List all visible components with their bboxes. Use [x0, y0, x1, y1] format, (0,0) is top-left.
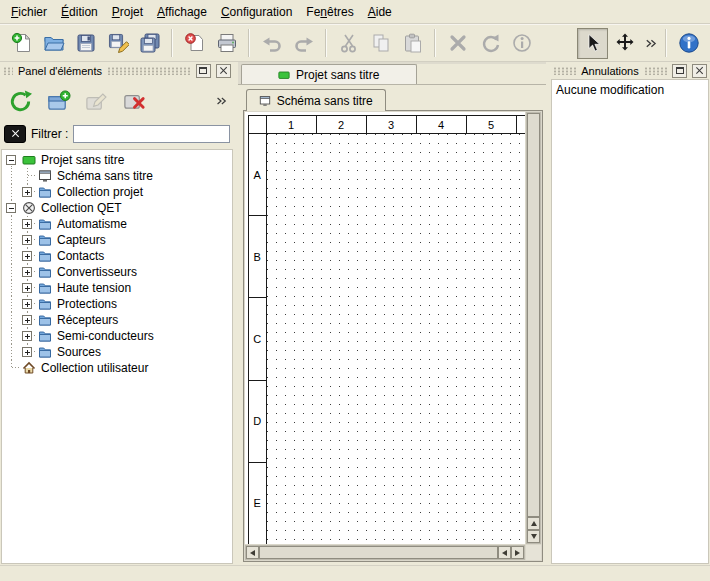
tree-expander-plus[interactable]: [22, 299, 32, 309]
undo-button[interactable]: [256, 28, 287, 59]
tree-guide: [4, 312, 20, 328]
tree-guide: [20, 328, 36, 344]
edit-element-button[interactable]: [80, 85, 112, 117]
tree-guide: [20, 344, 36, 360]
tree-item[interactable]: Collection QET: [4, 200, 232, 216]
scroll-up-button[interactable]: [527, 517, 540, 530]
filter-input[interactable]: [73, 125, 229, 143]
menu-configuration[interactable]: Configuration: [214, 1, 299, 23]
tree-item[interactable]: Collection utilisateur: [4, 360, 232, 376]
schema-tab[interactable]: Schéma sans titre: [246, 89, 386, 111]
arrow-down-icon: [531, 534, 537, 539]
float-dock-button[interactable]: [672, 64, 687, 78]
toolbar-group: [333, 28, 428, 59]
paste-button[interactable]: [397, 28, 428, 59]
project-tab[interactable]: Projet sans titre: [241, 64, 417, 84]
element-info-button[interactable]: [506, 28, 537, 59]
scroll-left-button-2[interactable]: [498, 546, 511, 559]
scroll-down-button[interactable]: [527, 530, 540, 543]
tree-expander-plus[interactable]: [22, 187, 32, 197]
menu-projet[interactable]: Projet: [105, 1, 150, 23]
tree-item[interactable]: Semi-conducteurs: [4, 328, 232, 344]
tree-expander-minus[interactable]: [6, 155, 16, 165]
tree-item[interactable]: Contacts: [4, 248, 232, 264]
tree-expander-minus[interactable]: [6, 203, 16, 213]
schema-tabbar: Schéma sans titre: [243, 88, 543, 110]
selection-mode-button[interactable]: [577, 28, 608, 59]
diagram-corner-cell: [249, 116, 267, 134]
save-all-button[interactable]: [134, 28, 165, 59]
new-button[interactable]: [6, 28, 37, 59]
redo-button[interactable]: [288, 28, 319, 59]
elements-panel-toolbar: [0, 79, 234, 123]
delete-icon: [447, 32, 469, 54]
tree-expander-plus[interactable]: [22, 283, 32, 293]
clear-filter-button[interactable]: [4, 125, 26, 143]
about-button[interactable]: [673, 28, 704, 59]
tree-expander-plus[interactable]: [22, 331, 32, 341]
tree-item[interactable]: Protections: [4, 296, 232, 312]
toolbar-separator: [171, 29, 173, 57]
close-dock-button[interactable]: [216, 64, 231, 78]
dock-handle: [3, 67, 13, 75]
info-blue-icon: [678, 32, 700, 54]
menu-fenetres[interactable]: Fenêtres: [299, 1, 360, 23]
toolbar-extension-button[interactable]: [641, 28, 659, 59]
tree-expander-plus[interactable]: [22, 235, 32, 245]
tree-expander-plus[interactable]: [22, 251, 32, 261]
tree-item-label: Sources: [54, 344, 104, 360]
float-dock-button[interactable]: [196, 64, 211, 78]
menu-fichier[interactable]: Fichier: [4, 1, 54, 23]
tree-item[interactable]: Convertisseurs: [4, 264, 232, 280]
toolbar-group: [256, 28, 319, 59]
delete-button[interactable]: [442, 28, 473, 59]
diagram-canvas[interactable]: 123456 ABCDE: [245, 112, 525, 544]
menu-affichage[interactable]: Affichage: [150, 1, 214, 23]
tree-item[interactable]: Collection projet: [4, 184, 232, 200]
horizontal-scrollbar-thumb[interactable]: [259, 546, 498, 559]
tree-item[interactable]: Sources: [4, 344, 232, 360]
new-element-button[interactable]: [42, 85, 74, 117]
tree-item[interactable]: Capteurs: [4, 232, 232, 248]
save-as-button[interactable]: [102, 28, 133, 59]
reload-collections-button[interactable]: [4, 85, 36, 117]
cut-button[interactable]: [333, 28, 364, 59]
tree-item[interactable]: Projet sans titre: [4, 152, 232, 168]
elements-panel-titlebar[interactable]: Panel d'éléments: [0, 62, 234, 79]
delete-element-button[interactable]: [118, 85, 150, 117]
tree-guide: [4, 248, 20, 264]
toolbar-separator: [248, 29, 250, 57]
open-button[interactable]: [38, 28, 69, 59]
panel-toolbar-extension-button[interactable]: [212, 90, 230, 112]
tree-item[interactable]: Automatisme: [4, 216, 232, 232]
tree-expander-plus[interactable]: [22, 347, 32, 357]
rotate-button[interactable]: [474, 28, 505, 59]
scroll-left-button[interactable]: [246, 546, 259, 559]
menu-bar: FichierÉditionProjetAffichageConfigurati…: [0, 0, 710, 24]
tree-guide: [20, 296, 36, 312]
tree-expander-plus[interactable]: [22, 315, 32, 325]
scroll-right-button[interactable]: [511, 546, 524, 559]
close-dock-button[interactable]: [692, 64, 707, 78]
tree-item[interactable]: Haute tension: [4, 280, 232, 296]
undo-panel-titlebar[interactable]: Annulations: [550, 62, 710, 79]
tree-expander-plus[interactable]: [22, 219, 32, 229]
menu-edition[interactable]: Édition: [54, 1, 105, 23]
horizontal-scrollbar[interactable]: [245, 545, 525, 560]
menu-aide[interactable]: Aide: [361, 1, 399, 23]
pan-mode-button[interactable]: [609, 28, 640, 59]
qet-collection-icon: [20, 200, 38, 216]
diagram-grid[interactable]: [267, 134, 525, 544]
vertical-scrollbar-thumb[interactable]: [527, 113, 540, 517]
copy-button[interactable]: [365, 28, 396, 59]
tree-item[interactable]: Schéma sans titre: [4, 168, 232, 184]
schema-view: 123456 ABCDE: [243, 110, 543, 562]
arrow-left-icon: [502, 550, 507, 556]
mdi-area: Projet sans titre Schéma sans titre 1234…: [238, 62, 546, 565]
close-file-button[interactable]: [179, 28, 210, 59]
print-button[interactable]: [211, 28, 242, 59]
tree-item[interactable]: Récepteurs: [4, 312, 232, 328]
save-button[interactable]: [70, 28, 101, 59]
vertical-scrollbar[interactable]: [526, 112, 541, 544]
tree-expander-plus[interactable]: [22, 267, 32, 277]
